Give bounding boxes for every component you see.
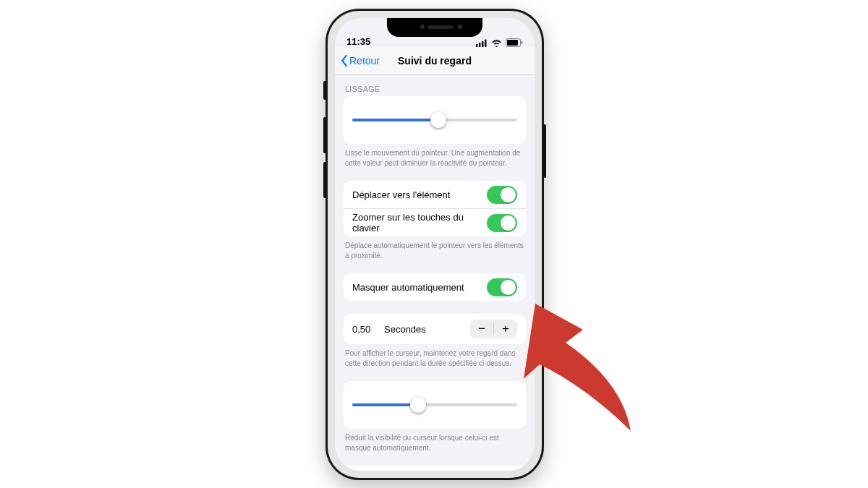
visibility-slider-row bbox=[344, 381, 526, 429]
smoothing-group bbox=[344, 96, 526, 144]
autohide-switch[interactable] bbox=[487, 278, 517, 296]
cellular-icon bbox=[476, 39, 488, 47]
status-time: 11:35 bbox=[346, 36, 370, 47]
nav-bar: Retour Suivi du regard bbox=[335, 47, 535, 75]
svg-rect-2 bbox=[482, 41, 484, 47]
phone-frame: 11:35 Retour Suivi du regard LISS bbox=[326, 9, 544, 480]
stepper-minus-button[interactable]: − bbox=[470, 320, 493, 338]
svg-rect-0 bbox=[476, 44, 478, 47]
volume-up-button bbox=[323, 117, 326, 153]
timing-group: 0,50 Secondes − + bbox=[344, 314, 526, 344]
timing-unit: Secondes bbox=[384, 324, 463, 335]
back-label: Retour bbox=[349, 55, 380, 67]
mute-switch bbox=[323, 81, 326, 100]
dwell-group: Contrôle d'attente bbox=[344, 466, 526, 471]
zoom-switch[interactable] bbox=[487, 214, 517, 232]
svg-rect-3 bbox=[485, 39, 487, 47]
zoom-label: Zoomer sur les touches du clavier bbox=[352, 212, 487, 234]
phone-bezel: 11:35 Retour Suivi du regard LISS bbox=[328, 11, 542, 478]
autohide-row[interactable]: Masquer automatiquement bbox=[344, 273, 526, 301]
screen: 11:35 Retour Suivi du regard LISS bbox=[335, 18, 535, 471]
visibility-slider[interactable] bbox=[352, 403, 517, 406]
snap-label: Déplacer vers l'élément bbox=[352, 189, 487, 200]
svg-rect-5 bbox=[507, 40, 518, 46]
autohide-label: Masquer automatiquement bbox=[352, 282, 487, 293]
visibility-slider-thumb[interactable] bbox=[410, 397, 426, 413]
back-button[interactable]: Retour bbox=[335, 54, 380, 67]
status-right bbox=[476, 38, 523, 47]
svg-rect-6 bbox=[522, 41, 523, 44]
wifi-icon bbox=[491, 39, 502, 47]
visibility-footer: Réduit la visibilité du curseur lorsque … bbox=[335, 429, 535, 453]
smoothing-footer: Lisse le mouvement du pointeur. Une augm… bbox=[335, 144, 535, 168]
content[interactable]: LISSAGE Lisse le mouvement du pointeur. … bbox=[335, 74, 535, 471]
battery-icon bbox=[506, 38, 523, 47]
dwell-switch[interactable] bbox=[487, 471, 517, 471]
smoothing-slider-row bbox=[344, 96, 526, 144]
snapping-footer: Déplace automatiquement le pointeur vers… bbox=[335, 236, 535, 260]
smoothing-slider-fill bbox=[352, 119, 438, 121]
snapping-group: Déplacer vers l'élément Zoomer sur les t… bbox=[344, 181, 526, 236]
chevron-left-icon bbox=[339, 54, 349, 67]
svg-rect-1 bbox=[479, 43, 481, 47]
smoothing-slider-thumb[interactable] bbox=[430, 112, 446, 128]
dwell-row[interactable]: Contrôle d'attente bbox=[344, 466, 526, 471]
stepper-plus-button[interactable]: + bbox=[494, 320, 517, 338]
notch bbox=[387, 18, 482, 37]
zoom-keyboard-row[interactable]: Zoomer sur les touches du clavier bbox=[344, 208, 526, 236]
stage: 11:35 Retour Suivi du regard LISS bbox=[0, 0, 868, 488]
volume-down-button bbox=[323, 162, 326, 198]
timing-value: 0,50 bbox=[352, 324, 377, 335]
smoothing-slider[interactable] bbox=[352, 119, 517, 121]
autohide-group: Masquer automatiquement bbox=[344, 273, 526, 301]
visibility-slider-fill bbox=[352, 403, 418, 406]
timing-stepper: − + bbox=[470, 320, 517, 338]
timing-row: 0,50 Secondes − + bbox=[344, 314, 526, 344]
snap-switch[interactable] bbox=[487, 186, 517, 204]
timing-footer: Pour afficher le curseur, maintenez votr… bbox=[335, 344, 535, 368]
power-button bbox=[543, 124, 546, 178]
snap-to-item-row[interactable]: Déplacer vers l'élément bbox=[344, 181, 526, 208]
smoothing-header: LISSAGE bbox=[335, 74, 535, 96]
visibility-group bbox=[344, 381, 526, 429]
